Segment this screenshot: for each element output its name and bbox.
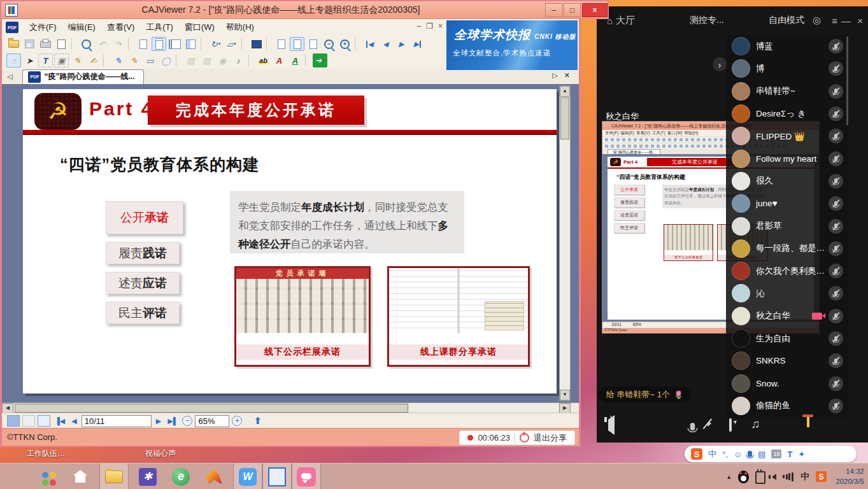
undo-icon[interactable]: ↶	[95, 37, 110, 51]
pen-blue-icon[interactable]: ✎	[111, 53, 125, 67]
mic-muted-icon[interactable]	[829, 106, 843, 121]
next-page-icon[interactable]: ▶	[154, 417, 163, 425]
open-icon[interactable]	[6, 37, 21, 51]
qq-tray-icon[interactable]	[738, 471, 749, 483]
mdi-restore-icon[interactable]: ❐	[426, 22, 433, 31]
select-tool-icon[interactable]: ➤	[22, 53, 37, 67]
prev-page-icon[interactable]: ◀	[69, 417, 78, 425]
last-page-icon[interactable]: ▶▌	[166, 417, 180, 425]
image-icon[interactable]: ▨	[199, 53, 214, 67]
camera-on-icon[interactable]	[812, 313, 822, 320]
menu-item[interactable]: 编辑(E)	[62, 20, 101, 34]
toolbar-icon[interactable]	[176, 54, 181, 67]
char-green-icon[interactable]: A	[288, 53, 302, 67]
menu-icon[interactable]: ≡	[832, 15, 837, 26]
speaker-icon[interactable]	[608, 420, 615, 431]
exit-share-button[interactable]: 退出分享	[534, 432, 567, 444]
two-up-icon[interactable]	[183, 37, 198, 51]
mic-muted-icon[interactable]	[829, 174, 843, 188]
settings-app[interactable]: ✱	[134, 464, 162, 489]
browser-circles-app[interactable]	[33, 464, 61, 489]
mic-muted-icon[interactable]	[829, 264, 843, 278]
fullscreen-icon[interactable]	[249, 37, 264, 51]
char-red-icon[interactable]: A	[272, 53, 287, 67]
fit-page-icon[interactable]	[290, 37, 304, 51]
rotate-dropdown-icon[interactable]: ↻	[208, 37, 223, 51]
user-row[interactable]: 偷猫的鱼	[726, 395, 848, 417]
prev-page-icon[interactable]: ◀	[378, 37, 393, 51]
scroll-down-icon[interactable]: ▼	[560, 390, 570, 400]
page-number-input[interactable]: 10/11	[82, 415, 152, 427]
layout-facing-icon[interactable]	[22, 415, 35, 427]
zoom-in-icon[interactable]: +	[338, 37, 352, 51]
stamp-icon[interactable]: ◉	[215, 53, 230, 67]
menu-item[interactable]: 帮助(H)	[220, 20, 260, 34]
mic-muted-icon[interactable]	[829, 241, 843, 256]
menu-item[interactable]: 文件(F)	[24, 20, 62, 34]
network-tray-icon[interactable]	[783, 472, 794, 481]
print-icon[interactable]	[38, 37, 53, 51]
ime-punct-icon[interactable]: °,	[722, 450, 728, 459]
mic-muted-icon[interactable]	[829, 61, 843, 76]
user-row[interactable]: Follow my heart	[726, 147, 848, 169]
highlight-icon[interactable]: ab	[256, 53, 271, 67]
user-row[interactable]: 秋之白华	[726, 305, 848, 327]
scroll-up-icon[interactable]: ▲	[560, 86, 570, 97]
scrollbar-thumb[interactable]	[15, 404, 408, 413]
zoom-out-icon[interactable]: −	[182, 416, 192, 426]
layout-grid-icon[interactable]	[38, 415, 50, 427]
home-app[interactable]	[66, 464, 94, 489]
ime-skin-icon[interactable]: 18	[771, 450, 781, 458]
mic-muted-icon[interactable]	[829, 152, 843, 166]
user-row[interactable]: DesireΣっ き	[726, 103, 848, 125]
zoom-level-input[interactable]: 65%	[195, 415, 229, 427]
toolbar-icon[interactable]	[241, 38, 246, 50]
user-row[interactable]: june♥	[726, 192, 848, 215]
collapse-panel-button[interactable]: ›	[713, 57, 727, 71]
ellipse-tool-icon[interactable]: ◯	[159, 53, 173, 67]
ime-shirt-icon[interactable]: T	[787, 450, 792, 459]
rectangle-tool-icon[interactable]: ▭	[143, 53, 157, 67]
save-icon[interactable]	[22, 37, 37, 51]
mic-muted-icon[interactable]	[829, 376, 843, 391]
mic-muted-icon[interactable]	[829, 219, 843, 234]
toolbar-icon[interactable]	[248, 54, 253, 67]
tab-scroll-left-icon[interactable]: ◁	[7, 73, 12, 81]
pen-orange-icon[interactable]: ✎	[127, 53, 141, 67]
mic-muted-icon[interactable]	[829, 331, 843, 346]
desktop-label[interactable]: 工作队伍…	[27, 448, 65, 459]
toolbar-icon[interactable]	[71, 38, 76, 50]
ime-keyboard-icon[interactable]: ▤	[758, 450, 765, 459]
zoom-out-icon[interactable]: −	[322, 37, 336, 51]
go-dropdown-icon[interactable]: ➔	[313, 53, 327, 67]
first-page-icon[interactable]: ▐◀	[53, 417, 67, 425]
minimize-button[interactable]: –	[545, 3, 562, 17]
toolbar-icon[interactable]	[355, 38, 360, 50]
fit-width-icon[interactable]	[306, 37, 320, 51]
user-row[interactable]: 沁	[726, 282, 848, 304]
facing-pages-icon[interactable]	[167, 37, 182, 51]
actual-size-icon[interactable]	[274, 37, 288, 51]
ime-toolbox-icon[interactable]: ✦	[798, 450, 805, 459]
toolbar-icon[interactable]	[305, 54, 310, 67]
mic-muted-icon[interactable]	[829, 129, 843, 143]
page-up-icon[interactable]: ⬆	[253, 415, 262, 427]
mode-label[interactable]: 自由模式	[769, 15, 804, 26]
lobby-button[interactable]: ⌂ 大厅	[607, 15, 635, 27]
text-select-icon[interactable]: T	[38, 53, 53, 67]
start-button[interactable]	[0, 464, 28, 489]
print-preview-icon[interactable]	[54, 37, 69, 51]
music-button[interactable]: ♫	[751, 417, 760, 431]
image-select-icon[interactable]: ▣	[54, 53, 69, 67]
menu-item[interactable]: 工具(T)	[140, 20, 179, 34]
user-row[interactable]: FLIPPED 👑	[726, 125, 848, 147]
close-button[interactable]: ×	[582, 3, 608, 17]
user-row[interactable]: SNKRS	[726, 350, 848, 372]
ime-lang-tray-icon[interactable]: 中	[800, 471, 809, 483]
user-row[interactable]: 博	[726, 57, 848, 80]
ime-emoji-icon[interactable]: ☺	[734, 450, 742, 459]
wps-app[interactable]: W	[233, 464, 262, 489]
mic-muted-icon[interactable]	[829, 353, 843, 368]
next-page-icon[interactable]: ▶	[394, 37, 409, 51]
mic-muted-icon[interactable]	[829, 309, 843, 323]
